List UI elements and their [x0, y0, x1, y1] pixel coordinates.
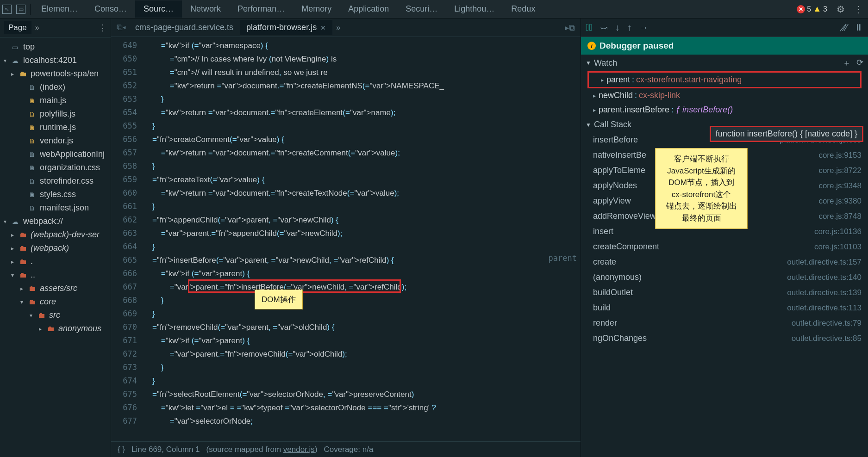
panel-tab[interactable]: Elemen… [33, 0, 86, 18]
main-toolbar: ↖ ▭ Elemen…Conso…Sourc…NetworkPerforman…… [0, 0, 868, 19]
more-file-tabs-icon[interactable]: » [336, 24, 340, 32]
source-map-info: (source mapped from vendor.js) [206, 445, 318, 454]
more-tabs-icon[interactable]: » [35, 24, 39, 32]
tree-item[interactable]: ▸🖿(webpack)-dev-ser [0, 228, 111, 241]
callstack-frame[interactable]: renderoutlet.directive.ts:79 [581, 315, 868, 331]
sidebar-menu-icon[interactable]: ⋮ [99, 23, 107, 33]
tree-item[interactable]: ▸🖿powertools-spa/en [0, 67, 111, 80]
line-gutter: 6496506516526536546556566576586596606616… [111, 37, 144, 441]
panel-tab[interactable]: Securi… [397, 0, 446, 18]
tree-item[interactable]: 🗎manifest.json [0, 201, 111, 215]
tree-item[interactable]: 🗎main.js [0, 94, 111, 107]
tree-item[interactable]: ▾🖿.. [0, 268, 111, 282]
pause-icon[interactable]: ⏸ [854, 22, 863, 33]
tree-item[interactable]: 🗎organization.css [0, 161, 111, 174]
tree-item[interactable]: 🗎runtime.js [0, 121, 111, 134]
tree-item[interactable]: ▭top [0, 40, 111, 54]
warning-count: 3 [823, 5, 827, 13]
editor-area: ⧉◂ cms-page-guard.service.tsplatform-bro… [111, 19, 581, 457]
callstack-frame[interactable]: (anonymous)outlet.directive.ts:140 [581, 270, 868, 285]
tree-item[interactable]: ▸🖿(webpack) [0, 241, 111, 255]
debugger-status-banner: i Debugger paused [581, 37, 868, 55]
panel-tab[interactable]: Sourc… [135, 0, 182, 18]
nav-forward-icon[interactable]: ▸⧉ [562, 23, 578, 33]
tree-item[interactable]: 🗎(index) [0, 80, 111, 94]
braces-icon[interactable]: { } [118, 445, 125, 454]
watch-item[interactable]: ▸parent: cx-storefront.start-navigating [587, 71, 862, 88]
tree-item[interactable]: ▾☁localhost:4201 [0, 54, 111, 67]
panel-tab[interactable]: Redux [503, 0, 543, 18]
tree-item[interactable]: ▸🖿. [0, 255, 111, 268]
settings-icon[interactable]: ⚙ [832, 4, 849, 15]
close-tab-icon[interactable]: ✕ [320, 24, 326, 31]
panel-tab[interactable]: Conso… [86, 0, 135, 18]
info-icon: i [587, 42, 596, 50]
step-icon[interactable]: → [639, 22, 649, 33]
warning-icon: ▲ [813, 4, 821, 14]
editor-status-bar: { } Line 669, Column 1 (source mapped fr… [111, 441, 581, 457]
inline-hint: parent [549, 252, 577, 265]
watch-section-header[interactable]: ▼Watch ＋⟳ [581, 55, 868, 71]
panel-tab[interactable]: Memory [293, 0, 340, 18]
panel-tab[interactable]: Application [340, 0, 397, 18]
tree-item[interactable]: ▾🖿core [0, 295, 111, 309]
tree-item[interactable]: 🗎vendor.js [0, 134, 111, 148]
tree-item[interactable]: 🗎polyfills.js [0, 107, 111, 121]
tree-item[interactable]: 🗎webApplicationInj [0, 148, 111, 161]
native-code-tooltip: function insertBefore() { [native code] … [710, 126, 863, 142]
status-counts[interactable]: ✕ 5 ▲ 3 [797, 4, 832, 14]
watch-item[interactable]: ▸newChild: cx-skip-link [581, 88, 868, 103]
dom-annotation: DOM操作 [255, 290, 303, 309]
file-tree: ▭top▾☁localhost:4201▸🖿powertools-spa/en🗎… [0, 37, 111, 338]
tree-item[interactable]: ▾☁webpack:// [0, 215, 111, 228]
refresh-watch-icon[interactable]: ⟳ [856, 57, 863, 68]
debugger-panel: ▶⃕ ⤻ ↓ ↑ → ⁄⁄̸ ⏸ i Debugger paused ▼Watc… [581, 19, 868, 457]
file-tab[interactable]: cms-page-guard.service.ts [129, 20, 240, 35]
nav-back-icon[interactable]: ⧉◂ [114, 23, 129, 32]
deactivate-breakpoints-icon[interactable]: ⁄⁄̸ [844, 22, 847, 33]
panel-tab[interactable]: Network [182, 0, 229, 18]
page-tab[interactable]: Page [4, 21, 31, 34]
step-into-icon[interactable]: ↓ [615, 22, 620, 33]
add-watch-icon[interactable]: ＋ [843, 57, 851, 68]
navigator-sidebar: Page » ⋮ ▭top▾☁localhost:4201▸🖿powertool… [0, 19, 111, 457]
cursor-position: Line 669, Column 1 [131, 445, 200, 454]
tree-item[interactable]: ▸🖿assets/src [0, 282, 111, 295]
callstack-frame[interactable]: buildoutlet.directive.ts:113 [581, 300, 868, 315]
code-view[interactable]: ="kw">if (="var">namespace) { ="cm">// I… [144, 37, 581, 441]
file-tab[interactable]: platform-browser.js ✕ [240, 20, 332, 35]
tree-item[interactable]: ▾🖿src [0, 309, 111, 322]
resume-icon[interactable]: ▶⃕ [586, 22, 593, 33]
annotation-tooltip: 客户端不断执行JavaScript生成新的DOM节点，插入到cx-storefr… [655, 148, 748, 229]
callstack-frame[interactable]: ngOnChangesoutlet.directive.ts:85 [581, 331, 868, 346]
panel-tab[interactable]: Performan… [229, 0, 293, 18]
tree-item[interactable]: ▸🖿anonymous [0, 322, 111, 335]
callstack-frame[interactable]: createComponentcore.js:10103 [581, 239, 868, 254]
error-icon: ✕ [797, 5, 805, 13]
tree-item[interactable]: 🗎storefinder.css [0, 174, 111, 188]
watch-item[interactable]: ▸parent.insertBefore: ƒ insertBefore() [581, 103, 868, 117]
panel-tab[interactable]: Lighthou… [446, 0, 503, 18]
step-out-icon[interactable]: ↑ [627, 22, 632, 33]
coverage-info: Coverage: n/a [324, 445, 374, 454]
device-icon[interactable]: ▭ [14, 2, 28, 16]
step-over-icon[interactable]: ⤻ [600, 22, 608, 33]
inspect-icon[interactable]: ↖ [0, 2, 14, 16]
tree-item[interactable]: 🗎styles.css [0, 188, 111, 201]
more-icon[interactable]: ⋮ [849, 4, 868, 15]
callstack-frame[interactable]: buildOutletoutlet.directive.ts:139 [581, 285, 868, 300]
callstack-frame[interactable]: createoutlet.directive.ts:157 [581, 254, 868, 270]
error-count: 5 [807, 5, 811, 13]
